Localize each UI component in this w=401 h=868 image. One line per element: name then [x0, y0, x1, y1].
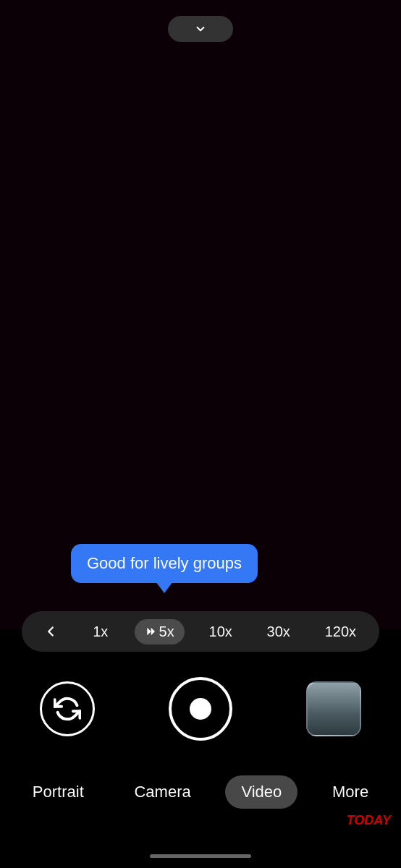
zoom-30x-label: 30x — [267, 624, 290, 640]
mode-portrait-label: Portrait — [33, 783, 84, 801]
flip-camera-button[interactable] — [40, 681, 95, 736]
svg-marker-1 — [151, 628, 154, 636]
fast-forward-icon — [145, 626, 156, 637]
zoom-10x[interactable]: 10x — [199, 619, 242, 644]
collapse-button[interactable]: path{fill:none;stroke:#fff;stroke-width:… — [168, 16, 233, 42]
camera-controls — [0, 665, 401, 752]
mode-camera[interactable]: Camera — [118, 775, 206, 809]
zoom-120x[interactable]: 120x — [315, 619, 366, 644]
zoom-back-button[interactable] — [35, 616, 67, 647]
record-dot — [190, 698, 211, 720]
zoom-1x[interactable]: 1x — [81, 619, 120, 644]
home-indicator — [150, 854, 251, 858]
zoom-1x-label: 1x — [93, 624, 108, 640]
mode-portrait[interactable]: Portrait — [17, 775, 100, 809]
zoom-30x[interactable]: 30x — [257, 619, 300, 644]
today-badge-text: TODAY — [347, 813, 391, 827]
record-button[interactable] — [169, 677, 232, 741]
mode-bar: Portrait Camera Video More — [0, 767, 401, 817]
svg-marker-0 — [147, 628, 151, 636]
gallery-thumbnail[interactable] — [306, 681, 361, 736]
mode-video-label: Video — [241, 783, 282, 801]
today-badge: TODAY — [347, 813, 391, 828]
mode-more-label: More — [332, 783, 368, 801]
chevron-down-icon: path{fill:none;stroke:#fff;stroke-width:… — [194, 22, 207, 35]
zoom-5x-label: 5x — [159, 624, 174, 640]
zoom-bar: 1x 5x 10x 30x 120x — [22, 611, 379, 652]
gallery-thumb-image — [308, 683, 360, 735]
mode-video[interactable]: Video — [225, 775, 297, 809]
mode-more[interactable]: More — [316, 775, 384, 809]
zoom-120x-label: 120x — [325, 624, 356, 640]
mode-camera-label: Camera — [134, 783, 190, 801]
zoom-5x-inner: 5x — [145, 624, 174, 640]
zoom-5x[interactable]: 5x — [135, 619, 185, 644]
tooltip-bubble: Good for lively groups — [71, 544, 258, 583]
viewfinder — [0, 0, 401, 629]
tooltip-text: Good for lively groups — [87, 554, 242, 572]
zoom-10x-label: 10x — [209, 624, 232, 640]
